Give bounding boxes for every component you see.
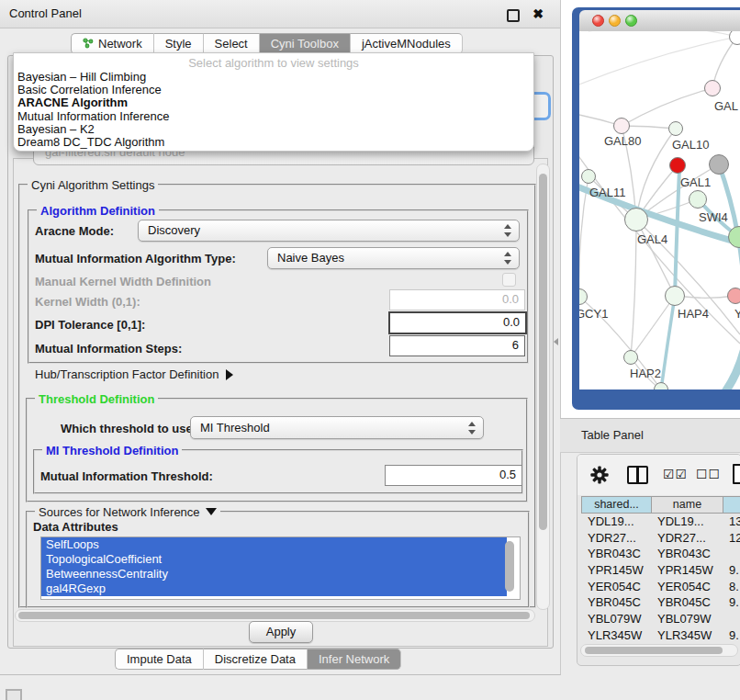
settings-vertical-scrollbar-thumb[interactable] [539,174,547,530]
table-panel-bar: Table Panel [560,418,740,453]
network-node-label-swi4: SWI4 [699,210,728,224]
tab-cyni-toolbox[interactable]: Cyni Toolbox [260,33,351,54]
bottom-tab-impute-data[interactable]: Impute Data [115,649,204,670]
network-node-label-gal: GAL [714,99,738,113]
table-row[interactable]: YDR27...YDR27...12 [581,530,740,547]
tab-jactivemnodules-label: jActiveMNodules [362,37,451,51]
mi-algorithm-type-combo[interactable]: Naive Bayes [267,247,520,269]
expand-triangle-icon[interactable] [226,369,233,380]
zoom-traffic-light-icon[interactable] [625,15,637,27]
table-horizontal-scrollbar[interactable] [580,644,738,657]
table-cell: YDL19... [581,514,651,530]
algorithm-option-bayesian-hill-climbing[interactable]: Bayesian – Hill Climbing [17,71,530,84]
attribute-item-topologicalcoefficient[interactable]: TopologicalCoefficient [41,552,507,567]
panel-collapse-arrow-icon[interactable] [554,338,558,345]
checked-boxes-icon[interactable]: ☑☑ [663,467,688,481]
algorithm-option-aracne-algorithm[interactable]: ARACNE Algorithm [17,96,530,109]
hub-definition-section[interactable]: Hub/Transcription Factor Definition [35,367,233,381]
network-node-gal1[interactable] [669,157,686,174]
network-node-label-gcy1: GCY1 [579,307,608,321]
float-window-icon[interactable] [507,9,520,22]
gear-icon[interactable] [590,466,609,488]
data-attributes-list[interactable]: SelfLoopsTopologicalCoefficientBetweenne… [40,536,521,600]
table-cell: YLR345W [651,627,723,644]
column-header-a[interactable]: A [723,497,740,513]
network-canvas[interactable]: GALGAL80GAL10GAL1GAL11SWI4GAL4GCY1HAP4YH… [579,31,740,390]
network-node-y[interactable] [727,288,740,304]
network-node-label-gal10: GAL10 [672,138,709,152]
column-header-name[interactable]: name [652,497,723,513]
network-node-gal11[interactable] [581,169,596,184]
table-cell: YDR27... [581,530,651,547]
mi-steps-field[interactable]: 6 [389,335,525,356]
network-node-gal80[interactable] [613,118,630,134]
settings-horizontal-scrollbar-thumb[interactable] [18,612,530,619]
minimized-panel-icon[interactable] [6,689,22,700]
table-cell: YDL19... [651,514,723,530]
tab-network[interactable]: Network [71,33,154,54]
minimize-traffic-light-icon[interactable] [609,15,621,27]
settings-vertical-scrollbar[interactable] [536,164,550,610]
attribute-item-selfloops[interactable]: SelfLoops [41,537,507,552]
table-cell: YBR043C [651,546,723,562]
close-icon[interactable]: ✖ [533,6,544,22]
algorithm-option-dream8-dc-tdc-algorithm[interactable]: Dream8 DC_TDC Algorithm [17,136,530,149]
table-row[interactable]: YBR045CYBR045C9. [581,594,740,611]
network-node-hap4[interactable] [665,286,685,306]
bottom-tab-impute-data-label: Impute Data [127,652,192,666]
collapse-triangle-icon[interactable] [206,508,217,515]
document-icon[interactable] [733,464,740,484]
attributes-list-scrollbar[interactable] [505,541,514,592]
close-traffic-light-icon[interactable] [592,15,604,27]
network-node-gal4[interactable] [624,208,648,231]
table-row[interactable]: YLR345WYLR345W9. [581,627,740,644]
algorithm-option-basic-correlation-inference[interactable]: Basic Correlation Inference [17,84,530,96]
dpi-tolerance-field[interactable]: 0.0 [388,311,527,334]
table-toolbar: ☑☑ ☐☐ [577,455,740,495]
sources-group-title[interactable]: Sources for Network Inference [35,505,220,519]
mi-threshold-field[interactable]: 0.5 [385,465,522,486]
algorithm-option-mutual-information-inference[interactable]: Mutual Information Inference [17,110,530,123]
network-node-label-hap4: HAP4 [678,307,709,321]
apply-button[interactable]: Apply [249,621,313,643]
table-cell: YBR045C [651,594,723,611]
table-horizontal-scrollbar-thumb[interactable] [585,647,723,654]
network-node-gal10[interactable] [668,121,683,136]
manual-kernel-checkbox[interactable] [502,273,516,287]
attribute-item-gal4rgexp[interactable]: gal4RGexp [41,581,507,596]
tab-style[interactable]: Style [154,33,204,54]
kernel-width-field[interactable]: 0.0 [389,289,525,310]
split-columns-icon[interactable] [627,466,648,484]
settings-horizontal-scrollbar[interactable] [15,609,535,622]
table-cell: YBR045C [581,594,651,611]
network-node-hap2[interactable] [623,350,638,365]
network-node-swi4[interactable] [689,190,707,209]
network-window-titlebar[interactable] [579,10,740,32]
table-row[interactable]: YER054CYER054C8. [581,579,740,595]
tab-network-label: Network [98,37,142,51]
manual-kernel-label: Manual Kernel Width Definition [35,275,211,288]
aracne-mode-combo[interactable]: Discovery [138,220,520,242]
attribute-item-betweennesscentrality[interactable]: BetweennessCentrality [41,567,507,581]
which-threshold-combo[interactable]: MI Threshold [190,416,484,439]
unchecked-boxes-icon[interactable]: ☐☐ [696,467,721,481]
data-attributes-label: Data Attributes [33,520,118,534]
bottom-tab-discretize-data[interactable]: Discretize Data [204,649,308,670]
network-node-gal[interactable] [704,80,721,96]
column-header-shared[interactable]: shared... [582,497,652,513]
aracne-mode-value: Discovery [148,220,200,241]
network-node-label-hap2: HAP2 [630,367,661,380]
table-cell: 12 [723,530,740,547]
table-row[interactable]: YPR145WYPR145W9. [581,562,740,579]
network-node[interactable] [709,154,729,175]
bottom-tab-infer-network[interactable]: Infer Network [308,649,401,670]
tab-select[interactable]: Select [204,33,260,54]
table-row[interactable]: YBR043CYBR043C [581,546,740,562]
table-row[interactable]: YDL19...YDL19...13 [581,514,740,530]
algorithm-option-bayesian-k2[interactable]: Bayesian – K2 [17,123,530,136]
table-row[interactable]: YBL079WYBL079W [581,611,740,627]
tab-jactivemnodules[interactable]: jActiveMNodules [351,33,463,54]
table-cell: YLR345W [581,627,651,644]
control-panel-window: Control Panel ✖ NetworkStyleSelectCyni T… [0,0,561,675]
threshold-definition-title: Threshold Definition [35,392,158,406]
